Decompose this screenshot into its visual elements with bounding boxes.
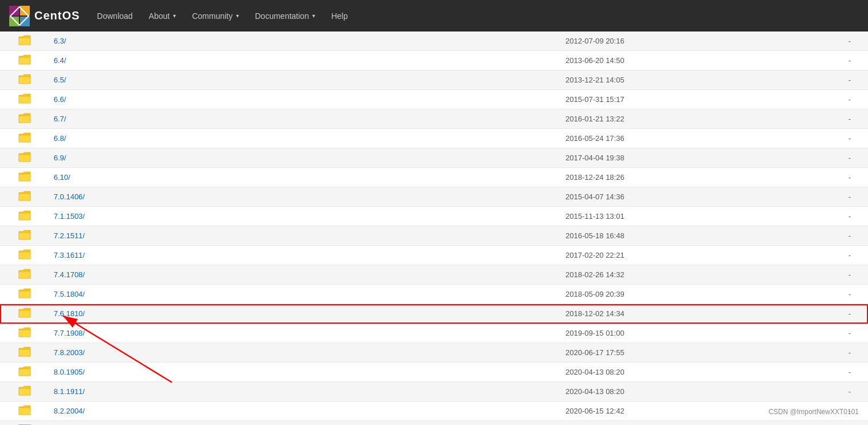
- table-row: 6.9/2017-04-04 19:38-: [0, 148, 868, 168]
- file-size: -: [765, 51, 868, 70]
- folder-icon: [18, 210, 31, 221]
- file-date: 2013-12-21 14:05: [561, 70, 765, 90]
- table-row: 7.4.1708/2018-02-26 14:32-: [0, 265, 868, 285]
- file-size: -: [765, 285, 868, 304]
- file-link[interactable]: 6.3/: [54, 37, 66, 45]
- folder-icon: [18, 327, 31, 337]
- file-date: 2019-09-15 01:00: [561, 324, 765, 343]
- file-link[interactable]: 6.8/: [54, 134, 66, 143]
- file-link[interactable]: 6.9/: [54, 154, 66, 162]
- folder-icon: [18, 35, 31, 45]
- file-link[interactable]: 7.6.1810/: [54, 309, 85, 318]
- table-row: 8.0.1905/2020-04-13 08:20-: [0, 363, 868, 382]
- file-size: -: [765, 304, 868, 324]
- file-date: 2020-06-15 12:42: [561, 402, 765, 421]
- nav-documentation[interactable]: Documentation ▾: [247, 0, 323, 32]
- folder-icon: [18, 93, 31, 104]
- table-row: 7.5.1804/2018-05-09 20:39-: [0, 285, 868, 304]
- folder-icon: [18, 347, 31, 357]
- table-row: 6.7/2016-01-21 13:22-: [0, 109, 868, 129]
- file-date: 2018-02-26 14:32: [561, 265, 765, 285]
- table-row: 7.8.2003/2020-06-17 17:55-: [0, 343, 868, 363]
- file-link[interactable]: 7.4.1708/: [54, 270, 85, 279]
- navbar: CentOS Download About ▾ Community ▾ Docu…: [0, 0, 868, 32]
- brand-logo[interactable]: CentOS: [9, 6, 80, 26]
- about-dropdown-caret: ▾: [173, 13, 176, 19]
- svg-rect-0: [9, 6, 19, 15]
- file-link[interactable]: 8.2.2004/: [54, 407, 85, 415]
- file-size: -: [765, 226, 868, 246]
- file-size: -: [765, 168, 868, 187]
- table-row: 6.10/2018-12-24 18:26-: [0, 168, 868, 187]
- file-size: 1.8K: [765, 421, 868, 426]
- file-date: 2016-01-21 13:22: [561, 109, 765, 129]
- file-link[interactable]: 7.3.1611/: [54, 251, 85, 259]
- svg-rect-2: [9, 17, 19, 26]
- table-row: 6.6/2015-07-31 15:17-: [0, 90, 868, 109]
- table-row: 6.4/2013-06-20 14:50-: [0, 51, 868, 70]
- file-date: 2004-03-15 23:16: [561, 421, 765, 426]
- table-row: 7.7.1908/2019-09-15 01:00-: [0, 324, 868, 343]
- svg-rect-3: [20, 17, 30, 26]
- file-link[interactable]: 6.10/: [54, 173, 70, 182]
- file-link[interactable]: 7.2.1511/: [54, 231, 85, 240]
- table-row: 7.1.1503/2015-11-13 13:01-: [0, 207, 868, 226]
- file-date: 2016-05-24 17:36: [561, 129, 765, 148]
- file-date: 2018-12-02 14:34: [561, 304, 765, 324]
- community-dropdown-caret: ▾: [236, 13, 239, 19]
- file-date: 2018-05-09 20:39: [561, 285, 765, 304]
- table-row: 6.5/2013-12-21 14:05-: [0, 70, 868, 90]
- file-date: 2017-02-20 22:21: [561, 246, 765, 265]
- folder-icon: [18, 113, 31, 123]
- folder-icon: [18, 74, 31, 84]
- file-date: 2015-07-31 15:17: [561, 90, 765, 109]
- file-date: 2017-04-04 19:38: [561, 148, 765, 168]
- nav-help[interactable]: Help: [323, 0, 356, 32]
- folder-icon: [18, 288, 31, 298]
- file-link[interactable]: 7.7.1908/: [54, 329, 85, 337]
- file-link[interactable]: 7.5.1804/: [54, 290, 85, 298]
- table-row: 8.2.2004/2020-06-15 12:42-: [0, 402, 868, 421]
- watermark: CSDN @ImportNewXXT0101: [768, 408, 859, 416]
- file-date: 2013-06-20 14:50: [561, 51, 765, 70]
- file-size: -: [765, 148, 868, 168]
- table-row: 7.6.1810/2018-12-02 14:34-: [0, 304, 868, 324]
- folder-icon: [18, 152, 31, 162]
- table-row: 7.3.1611/2017-02-20 22:21-: [0, 246, 868, 265]
- folder-icon: [18, 54, 31, 65]
- file-table: 6.3/2012-07-09 20:16-6.4/2013-06-20 14:5…: [0, 32, 868, 425]
- nav-community[interactable]: Community ▾: [184, 0, 247, 32]
- file-date: 2016-05-18 16:48: [561, 226, 765, 246]
- table-row: 7.2.1511/2016-05-18 16:48-: [0, 226, 868, 246]
- folder-icon: [18, 249, 31, 259]
- folder-icon: [18, 269, 31, 279]
- folder-icon: [18, 405, 31, 415]
- file-link[interactable]: 6.7/: [54, 115, 66, 123]
- file-link[interactable]: 6.5/: [54, 76, 66, 84]
- centos-logo-icon: [9, 6, 30, 26]
- nav-download[interactable]: Download: [89, 0, 140, 32]
- file-size: -: [765, 207, 868, 226]
- brand-name: CentOS: [34, 9, 80, 22]
- documentation-dropdown-caret: ▾: [312, 13, 315, 19]
- file-date: 2015-04-07 14:36: [561, 187, 765, 207]
- file-listing-area: 6.3/2012-07-09 20:16-6.4/2013-06-20 14:5…: [0, 32, 868, 425]
- file-link[interactable]: 7.0.1406/: [54, 192, 85, 201]
- file-date: 2020-06-17 17:55: [561, 343, 765, 363]
- nav-about[interactable]: About ▾: [141, 0, 184, 32]
- file-size: -: [765, 109, 868, 129]
- file-date: 2018-12-24 18:26: [561, 168, 765, 187]
- folder-icon: [18, 366, 31, 376]
- file-date: 2015-11-13 13:01: [561, 207, 765, 226]
- file-date: 2020-04-13 08:20: [561, 363, 765, 382]
- file-link[interactable]: 7.1.1503/: [54, 212, 85, 221]
- file-size: -: [765, 129, 868, 148]
- table-row: 6.8/2016-05-24 17:36-: [0, 129, 868, 148]
- file-link[interactable]: 7.8.2003/: [54, 348, 85, 357]
- file-link[interactable]: 8.1.1911/: [54, 387, 85, 396]
- table-row: 8.1.1911/2020-04-13 08:20-: [0, 382, 868, 402]
- file-date: 2012-07-09 20:16: [561, 32, 765, 51]
- file-link[interactable]: 6.4/: [54, 56, 66, 65]
- file-link[interactable]: 8.0.1905/: [54, 368, 85, 376]
- file-link[interactable]: 6.6/: [54, 95, 66, 104]
